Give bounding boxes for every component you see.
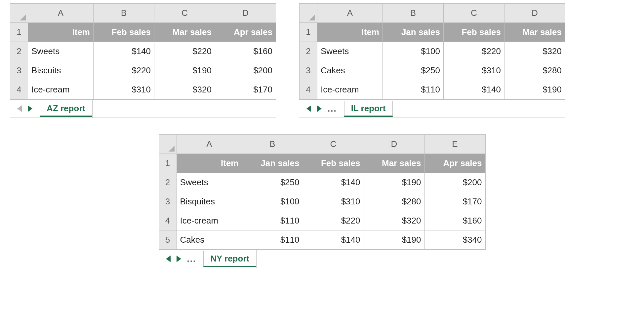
row-header[interactable]: 2 xyxy=(159,173,177,192)
prev-sheet-icon[interactable] xyxy=(17,105,22,112)
cell-item[interactable]: Ice-cream xyxy=(177,211,242,230)
cell-value[interactable]: $110 xyxy=(242,211,303,230)
row-header[interactable]: 1 xyxy=(10,23,28,42)
next-sheet-icon[interactable] xyxy=(177,256,181,262)
spreadsheet-grid[interactable]: ABCDE1ItemJan salesFeb salesMar salesApr… xyxy=(159,134,486,250)
header-cell-sales[interactable]: Jan sales xyxy=(383,23,444,42)
cell-value[interactable]: $170 xyxy=(424,192,485,211)
column-header[interactable]: A xyxy=(177,135,242,154)
cell-value[interactable]: $190 xyxy=(154,61,215,80)
column-header[interactable]: B xyxy=(94,4,154,23)
column-header[interactable]: D xyxy=(364,135,424,154)
cell-value[interactable]: $140 xyxy=(303,230,364,250)
cell-value[interactable]: $250 xyxy=(242,173,303,192)
row-header[interactable]: 4 xyxy=(159,211,177,230)
cell-item[interactable]: Ice-cream xyxy=(28,80,94,99)
cell-value[interactable]: $200 xyxy=(215,61,276,80)
sheet-tab-active[interactable]: NY report xyxy=(203,251,256,267)
sheet-tab-active[interactable]: IL report xyxy=(344,101,393,117)
header-cell-sales[interactable]: Feb sales xyxy=(303,154,364,173)
column-header[interactable]: D xyxy=(215,4,276,23)
cell-value[interactable]: $310 xyxy=(94,80,154,99)
cell-item[interactable]: Cakes xyxy=(317,61,383,80)
row-header[interactable]: 5 xyxy=(159,230,177,250)
cell-value[interactable]: $340 xyxy=(424,230,485,250)
spreadsheet-grid[interactable]: ABCD1ItemFeb salesMar salesApr sales2Swe… xyxy=(10,3,276,99)
cell-value[interactable]: $190 xyxy=(504,80,565,99)
cell-value[interactable]: $250 xyxy=(383,61,444,80)
column-header[interactable]: D xyxy=(504,4,565,23)
cell-value[interactable]: $140 xyxy=(303,173,364,192)
column-header[interactable]: C xyxy=(154,4,215,23)
cell-value[interactable]: $110 xyxy=(383,80,444,99)
column-header[interactable]: E xyxy=(424,135,485,154)
column-header[interactable]: C xyxy=(303,135,364,154)
header-cell-item[interactable]: Item xyxy=(28,23,94,42)
cell-value[interactable]: $160 xyxy=(424,211,485,230)
prev-sheet-icon[interactable] xyxy=(166,256,171,262)
cell-value[interactable]: $220 xyxy=(94,61,154,80)
row-header[interactable]: 4 xyxy=(300,80,317,99)
select-all-corner[interactable] xyxy=(10,4,28,23)
cell-value[interactable]: $220 xyxy=(154,42,215,61)
cell-value[interactable]: $100 xyxy=(242,192,303,211)
cell-value[interactable]: $140 xyxy=(94,42,154,61)
cell-item[interactable]: Sweets xyxy=(317,42,383,61)
cell-item[interactable]: Bisquites xyxy=(177,192,242,211)
prev-sheet-icon[interactable] xyxy=(306,105,311,112)
header-cell-sales[interactable]: Mar sales xyxy=(154,23,215,42)
row-header[interactable]: 2 xyxy=(10,42,28,61)
column-header[interactable]: A xyxy=(28,4,94,23)
cell-value[interactable]: $220 xyxy=(444,42,504,61)
header-cell-sales[interactable]: Feb sales xyxy=(444,23,504,42)
cell-value[interactable]: $170 xyxy=(215,80,276,99)
header-cell-sales[interactable]: Apr sales xyxy=(215,23,276,42)
cell-value[interactable]: $110 xyxy=(242,230,303,250)
row-header[interactable]: 3 xyxy=(10,61,28,80)
cell-value[interactable]: $280 xyxy=(364,192,424,211)
spreadsheet-grid[interactable]: ABCD1ItemJan salesFeb salesMar sales2Swe… xyxy=(299,3,565,99)
row-header[interactable]: 1 xyxy=(159,154,177,173)
more-sheets-icon[interactable]: ... xyxy=(328,104,337,114)
cell-value[interactable]: $310 xyxy=(444,61,504,80)
cell-value[interactable]: $280 xyxy=(504,61,565,80)
header-cell-sales[interactable]: Jan sales xyxy=(242,154,303,173)
next-sheet-icon[interactable] xyxy=(28,105,32,112)
header-cell-sales[interactable]: Feb sales xyxy=(94,23,154,42)
cell-item[interactable]: Biscuits xyxy=(28,61,94,80)
cell-item[interactable]: Cakes xyxy=(177,230,242,250)
next-sheet-icon[interactable] xyxy=(317,105,322,112)
sheet-tab-active[interactable]: AZ report xyxy=(40,101,92,117)
column-header[interactable]: A xyxy=(317,4,383,23)
cell-value[interactable]: $190 xyxy=(364,173,424,192)
cell-value[interactable]: $320 xyxy=(154,80,215,99)
header-cell-item[interactable]: Item xyxy=(177,154,242,173)
cell-value[interactable]: $320 xyxy=(504,42,565,61)
cell-value[interactable]: $220 xyxy=(303,211,364,230)
more-sheets-icon[interactable]: ... xyxy=(187,254,196,264)
select-all-corner[interactable] xyxy=(300,4,317,23)
row-header[interactable]: 3 xyxy=(159,192,177,211)
cell-value[interactable]: $100 xyxy=(383,42,444,61)
cell-value[interactable]: $160 xyxy=(215,42,276,61)
header-cell-item[interactable]: Item xyxy=(317,23,383,42)
column-header[interactable]: B xyxy=(383,4,444,23)
cell-value[interactable]: $140 xyxy=(444,80,504,99)
column-header[interactable]: C xyxy=(444,4,504,23)
row-header[interactable]: 3 xyxy=(300,61,317,80)
row-header[interactable]: 2 xyxy=(300,42,317,61)
cell-value[interactable]: $190 xyxy=(364,230,424,250)
cell-item[interactable]: Sweets xyxy=(177,173,242,192)
header-cell-sales[interactable]: Mar sales xyxy=(504,23,565,42)
cell-item[interactable]: Ice-cream xyxy=(317,80,383,99)
select-all-corner[interactable] xyxy=(159,135,177,154)
header-cell-sales[interactable]: Apr sales xyxy=(424,154,485,173)
header-cell-sales[interactable]: Mar sales xyxy=(364,154,424,173)
column-header[interactable]: B xyxy=(242,135,303,154)
cell-value[interactable]: $320 xyxy=(364,211,424,230)
cell-value[interactable]: $310 xyxy=(303,192,364,211)
cell-value[interactable]: $200 xyxy=(424,173,485,192)
cell-item[interactable]: Sweets xyxy=(28,42,94,61)
row-header[interactable]: 1 xyxy=(300,23,317,42)
row-header[interactable]: 4 xyxy=(10,80,28,99)
